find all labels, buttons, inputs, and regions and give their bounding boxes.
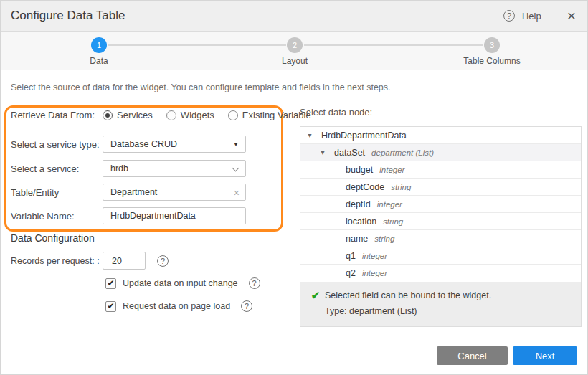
- description-text: Select the source of data for the widget…: [11, 82, 391, 92]
- tree-node-type: string: [391, 183, 411, 191]
- service-type-label: Select a service type:: [11, 139, 103, 150]
- cancel-button[interactable]: Cancel: [437, 346, 508, 365]
- update-data-help-icon[interactable]: ?: [249, 277, 260, 289]
- tree-row[interactable]: deptIdinteger: [300, 196, 581, 213]
- step-3-label: Table Columns: [449, 56, 535, 66]
- radio-widgets[interactable]: Widgets: [166, 110, 214, 120]
- binding-message-line1: Selected field can be bound to the widge…: [325, 288, 491, 303]
- service-value: hrdb: [110, 163, 128, 174]
- records-help-icon[interactable]: ?: [157, 255, 169, 267]
- retrieve-source-radio-group: Services Widgets Existing Variable: [103, 110, 311, 120]
- dialog-footer: Cancel Next: [1, 333, 587, 375]
- tree-node-type: integer: [379, 166, 404, 174]
- update-data-checkbox-label: Update data on input change: [123, 278, 238, 288]
- step-2-label: Layout: [252, 56, 338, 66]
- variable-name-value: HrdbDepartmentData: [110, 211, 196, 221]
- request-data-checkbox-row: ✔ Request data on page load ?: [105, 300, 252, 312]
- retrieve-data-label: Retrieve Data From:: [11, 110, 103, 120]
- dialog-titlebar: Configure Data Table ? Help ×: [1, 1, 587, 32]
- clear-x-icon[interactable]: ×: [234, 187, 240, 199]
- binding-message: ✔ Selected field can be bound to the wid…: [300, 282, 581, 326]
- variable-name-label: Variable Name:: [11, 211, 103, 222]
- step-1-circle[interactable]: 1: [91, 37, 107, 53]
- radio-existing-variable[interactable]: Existing Variable: [228, 110, 311, 120]
- success-check-icon: ✔: [306, 288, 325, 319]
- radio-dot-icon: [228, 110, 238, 120]
- close-icon[interactable]: ×: [567, 10, 576, 22]
- records-per-request-label: Records per request: :: [11, 256, 103, 266]
- caret-down-icon[interactable]: ▾: [318, 148, 328, 156]
- step-2-circle[interactable]: 2: [287, 37, 303, 53]
- table-entity-label: Table/Entity: [11, 187, 103, 198]
- tree-row[interactable]: q1integer: [300, 247, 581, 265]
- tree-node-type: string: [374, 234, 394, 243]
- description-row: Select the source of data for the widget…: [1, 71, 587, 100]
- tree-row[interactable]: locationstring: [300, 213, 581, 230]
- step-1-label: Data: [56, 56, 142, 66]
- radio-widgets-label: Widgets: [181, 110, 214, 120]
- configure-data-table-dialog: Configure Data Table ? Help × 1 2 3 Data…: [0, 0, 588, 375]
- tree-node-type: department (List): [371, 148, 434, 157]
- dialog-content: Retrieve Data From: Services Widgets Exi…: [1, 100, 587, 333]
- step-connector-2: [304, 44, 483, 46]
- tree-row[interactable]: ▾HrdbDepartmentData: [300, 127, 581, 144]
- tree-node-name: name: [346, 234, 368, 244]
- request-data-checkbox[interactable]: ✔: [105, 301, 116, 312]
- table-entity-row: Table/Entity Department ×: [11, 184, 246, 201]
- records-per-request-row: Records per request: : 20 ?: [11, 252, 169, 270]
- caret-down-icon[interactable]: ▾: [305, 131, 315, 139]
- service-select[interactable]: hrdb: [103, 160, 246, 177]
- service-type-value: Database CRUD: [110, 139, 177, 149]
- radio-dot-icon: [166, 110, 176, 120]
- request-data-help-icon[interactable]: ?: [241, 300, 252, 312]
- tree-node-type: integer: [362, 269, 387, 277]
- service-type-select[interactable]: Database CRUD ▼: [103, 136, 246, 153]
- tree-node-name: location: [346, 217, 376, 227]
- service-type-row: Select a service type: Database CRUD ▼: [11, 136, 246, 153]
- help-icon[interactable]: ?: [503, 10, 515, 22]
- tree-node-type: integer: [362, 252, 387, 260]
- next-button[interactable]: Next: [513, 346, 577, 365]
- data-node-tree: ▾HrdbDepartmentData▾dataSetdepartment (L…: [300, 126, 582, 327]
- tree-node-type: string: [383, 217, 403, 226]
- table-entity-input[interactable]: Department ×: [103, 184, 246, 201]
- update-data-checkbox[interactable]: ✔: [105, 278, 116, 289]
- radio-services[interactable]: Services: [103, 110, 153, 120]
- tree-node-type: integer: [377, 200, 402, 209]
- tree-row[interactable]: namestring: [300, 230, 581, 247]
- chevron-down-icon: [232, 165, 240, 172]
- step-3-circle[interactable]: 3: [484, 37, 500, 53]
- retrieve-data-row: Retrieve Data From: Services Widgets Exi…: [11, 110, 311, 120]
- service-row: Select a service: hrdb: [11, 160, 246, 177]
- step-connector-1: [108, 44, 286, 46]
- select-data-node-heading: Select data node:: [300, 107, 372, 118]
- data-configuration-heading: Data Configuration: [11, 232, 95, 244]
- table-entity-value: Department: [110, 187, 157, 197]
- tree-node-name: HrdbDepartmentData: [321, 130, 407, 141]
- tree-node-name: dataSet: [334, 148, 365, 158]
- tree-node-name: budget: [346, 165, 373, 175]
- tree-row[interactable]: ▾dataSetdepartment (List): [300, 144, 581, 161]
- variable-name-input[interactable]: HrdbDepartmentData: [103, 207, 246, 224]
- help-link[interactable]: Help: [522, 11, 541, 22]
- variable-name-row: Variable Name: HrdbDepartmentData: [11, 207, 246, 224]
- tree-row[interactable]: budgetinteger: [300, 161, 581, 179]
- radio-dot-icon: [103, 110, 113, 120]
- dialog-title: Configure Data Table: [11, 9, 503, 23]
- service-label: Select a service:: [11, 163, 103, 174]
- tree-node-name: deptCode: [346, 182, 384, 192]
- tree-row[interactable]: q2integer: [300, 265, 581, 282]
- wizard-stepper: 1 2 3 Data Layout Table Columns: [1, 32, 587, 70]
- tree-node-name: deptId: [346, 199, 371, 209]
- records-per-request-input[interactable]: 20: [103, 252, 146, 270]
- caret-down-icon: ▼: [233, 141, 239, 148]
- update-data-checkbox-row: ✔ Update data on input change ?: [105, 277, 260, 289]
- request-data-checkbox-label: Request data on page load: [123, 301, 230, 311]
- tree-node-name: q1: [346, 251, 356, 261]
- radio-services-label: Services: [117, 110, 153, 120]
- records-per-request-value: 20: [112, 256, 122, 266]
- tree-node-name: q2: [346, 268, 356, 278]
- tree-row[interactable]: deptCodestring: [300, 179, 581, 196]
- binding-message-line2: Type: department (List): [325, 303, 491, 319]
